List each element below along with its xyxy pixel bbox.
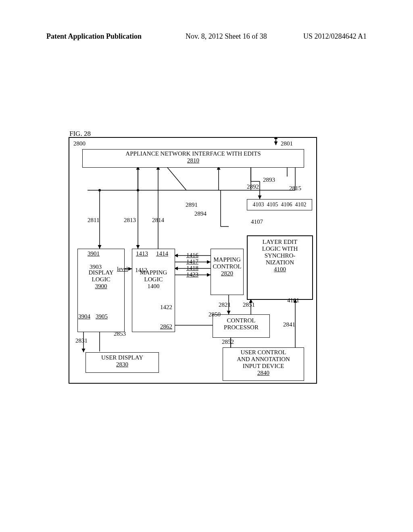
ref-1414: 1414 [156, 250, 168, 257]
box-mapping-control: MAPPING CONTROL 2820 [211, 249, 244, 295]
svg-point-7 [137, 189, 139, 191]
ref-1416: 1416 [186, 252, 198, 259]
layer-edit-num: 4100 [248, 266, 312, 273]
display-logic-l2: LOGIC [78, 276, 124, 283]
user-control-l3: INPUT DEVICE [223, 363, 304, 370]
ref-3905: 3905 [96, 313, 108, 320]
ref-2801: 2801 [281, 140, 293, 147]
layer-edit-l1: LAYER EDIT [248, 239, 312, 245]
box-mapping-logic: MAPPING LOGIC 1400 [132, 249, 175, 332]
ref-2891: 2891 [186, 202, 198, 208]
layer-edit-l3: SYNCHRO- [248, 252, 312, 259]
ref-4103: 4103 [253, 202, 264, 208]
ref-1418: 1418 [186, 265, 198, 272]
user-control-num: 2840 [223, 370, 304, 376]
diagram-container: 2800 2801 [69, 137, 317, 384]
ref-1423: 1423 [186, 271, 198, 278]
ref-1417: 1417 [186, 258, 198, 265]
ref-2813: 2813 [124, 217, 136, 224]
appliance-num: 2810 [83, 157, 304, 164]
ref-2853: 2853 [114, 330, 126, 337]
mapping-logic-l2: LOGIC [132, 276, 175, 283]
ref-1413: 1413 [136, 250, 148, 257]
ref-2893: 2893 [263, 177, 275, 183]
ref-1412: 1412 [135, 267, 147, 274]
header-mid: Nov. 8, 2012 Sheet 16 of 38 [186, 32, 267, 41]
ref-2894: 2894 [194, 210, 206, 217]
header-right: US 2012/0284642 A1 [303, 32, 367, 41]
mapping-logic-num: 1400 [132, 283, 175, 290]
mapping-control-l2: CONTROL [211, 263, 243, 270]
mapping-control-l1: MAPPING [211, 256, 243, 263]
box-user-control: USER CONTROL AND ANNOTATION INPUT DEVICE… [223, 347, 304, 381]
mapping-control-num: 2820 [211, 270, 243, 277]
ref-2815: 2815 [289, 185, 301, 192]
ref-2841: 2841 [283, 321, 295, 328]
user-display-l1: USER DISPLAY [86, 354, 159, 361]
ref-3903: 3903 [90, 264, 102, 270]
ref-4102: 4102 [295, 202, 307, 208]
ref-3901: 3901 [88, 250, 100, 257]
control-processor-l2: PROCESSOR [213, 324, 269, 331]
appliance-title: APPLIANCE NETWORK INTERFACE WITH EDITS [83, 150, 304, 157]
ref-3904: 3904 [78, 313, 90, 320]
ref-2814: 2814 [152, 217, 164, 224]
ref-2862: 2862 [160, 323, 172, 330]
user-control-l2: AND ANNOTATION [223, 356, 304, 363]
user-control-l1: USER CONTROL [223, 349, 304, 356]
ref-2800: 2800 [73, 140, 86, 147]
ref-4105: 4105 [267, 202, 278, 208]
figure-label: FIG. 28 [69, 130, 91, 138]
ref-2811: 2811 [88, 217, 99, 224]
ref-2852: 2852 [222, 339, 234, 345]
ref-2850: 2850 [209, 311, 221, 318]
layer-edit-l4: NIZATION [248, 259, 312, 266]
ref-4107: 4107 [251, 218, 263, 225]
control-processor-l1: CONTROL [213, 317, 269, 324]
ref-2851: 2851 [243, 301, 255, 308]
display-logic-num: 3900 [78, 283, 124, 290]
ref-2892: 2892 [247, 183, 259, 190]
header-left: Patent Application Publication [46, 32, 142, 41]
box-4103-4102: 4103 4105 4106 4102 [247, 199, 312, 210]
box-layer-edit: LAYER EDIT LOGIC WITH SYNCHRO- NIZATION … [247, 235, 313, 300]
box-control-processor: CONTROL PROCESSOR [213, 314, 270, 338]
svg-line-10 [166, 166, 186, 190]
box-appliance-network-interface: APPLIANCE NETWORK INTERFACE WITH EDITS 2… [82, 149, 304, 168]
ref-4106: 4106 [281, 202, 292, 208]
ref-4101: 4101 [287, 297, 299, 304]
ref-1422: 1422 [160, 304, 172, 311]
ref-2821: 2821 [219, 301, 231, 308]
layer-edit-l2: LOGIC WITH [248, 245, 312, 252]
user-display-num: 2830 [86, 361, 159, 368]
ref-2831: 2831 [75, 337, 88, 344]
box-user-display: USER DISPLAY 2830 [86, 352, 159, 373]
svg-point-3 [98, 189, 101, 191]
ref-level: level [117, 266, 128, 272]
